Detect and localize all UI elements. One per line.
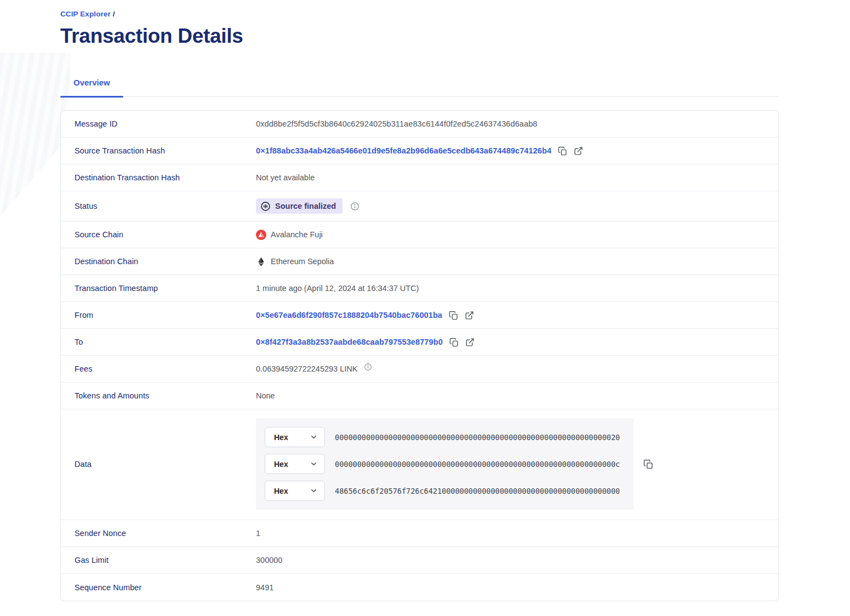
data-line: Hex 000000000000000000000000000000000000… (265, 427, 625, 447)
tokens-value: None (256, 391, 275, 400)
transaction-details-card: Message ID 0xdd8be2f5f5d5cf3b8640c629240… (60, 110, 779, 601)
sender-nonce-value: 1 (256, 529, 260, 538)
status-info-icon[interactable] (350, 202, 360, 211)
timestamp-value: 1 minute ago (April 12, 2024 at 16:34:37… (256, 284, 419, 293)
page-title: Transaction Details (60, 25, 779, 48)
data-label: Data (75, 460, 256, 469)
fees-value: 0.06394592722245293 LINK (256, 364, 357, 373)
dest-chain-label: Destination Chain (75, 257, 256, 266)
message-id-value: 0xdd8be2f5f5d5cf3b8640c62924025b311ae83c… (256, 119, 538, 128)
source-tx-hash-label: Source Transaction Hash (75, 146, 256, 155)
row-fees: Fees 0.06394592722245293 LINK (61, 356, 778, 383)
row-status: Status Source finalized (61, 191, 778, 221)
ethereum-sepolia-icon (256, 256, 266, 267)
hex-format-select[interactable]: Hex (265, 427, 325, 447)
row-sequence-number: Sequence Number 9491 (61, 574, 778, 601)
breadcrumb-separator: / (113, 10, 115, 18)
data-hex-line-1: 0000000000000000000000000000000000000000… (335, 433, 620, 442)
external-link-icon[interactable] (574, 146, 583, 156)
gas-limit-value: 300000 (256, 556, 282, 564)
row-source-tx-hash: Source Transaction Hash 0×1f88abc33a4ab4… (61, 138, 778, 164)
hex-format-select[interactable]: Hex (265, 481, 325, 501)
page-container: CCIP Explorer/ Transaction Details Overv… (60, 0, 779, 601)
data-line: Hex 48656c6c6f20576f726c6421000000000000… (265, 481, 625, 501)
status-progress-icon (260, 201, 271, 212)
data-hex-line-2: 0000000000000000000000000000000000000000… (335, 460, 620, 469)
dest-tx-hash-label: Destination Transaction Hash (75, 173, 256, 182)
breadcrumb: CCIP Explorer/ (60, 0, 779, 18)
status-badge: Source finalized (256, 198, 343, 214)
background-decoration (0, 53, 70, 217)
row-from: From 0×5e67ea6d6f290f857c1888204b7540bac… (61, 302, 778, 329)
source-chain-value: Avalanche Fuji (271, 230, 323, 239)
source-tx-hash-link[interactable]: 0×1f88abc33a4ab426a5466e01d9e5fe8a2b96d6… (256, 146, 551, 155)
row-timestamp: Transaction Timestamp 1 minute ago (Apri… (61, 275, 778, 302)
hex-format-select-value: Hex (274, 487, 288, 495)
status-badge-text: Source finalized (275, 202, 336, 210)
source-chain-label: Source Chain (75, 230, 256, 239)
data-line: Hex 000000000000000000000000000000000000… (265, 454, 625, 474)
sender-nonce-label: Sender Nonce (75, 529, 256, 538)
sequence-number-value: 9491 (256, 583, 273, 592)
row-source-chain: Source Chain Avalanche Fuji (61, 221, 778, 248)
to-address-link[interactable]: 0×8f427f3a3a8b2537aabde68caab797553e8779… (256, 338, 443, 346)
row-message-id: Message ID 0xdd8be2f5f5d5cf3b8640c629240… (61, 111, 778, 138)
row-sender-nonce: Sender Nonce 1 (61, 520, 778, 547)
row-gas-limit: Gas Limit 300000 (61, 547, 778, 574)
data-panel: Hex 000000000000000000000000000000000000… (256, 418, 634, 510)
hex-format-select[interactable]: Hex (265, 454, 325, 474)
avalanche-fuji-icon (256, 230, 266, 240)
dest-chain-value: Ethereum Sepolia (271, 257, 334, 266)
hex-format-select-value: Hex (274, 460, 288, 469)
row-dest-tx-hash: Destination Transaction Hash Not yet ava… (61, 164, 778, 191)
chevron-down-icon (310, 460, 318, 468)
status-label: Status (75, 202, 256, 210)
from-label: From (75, 311, 256, 320)
copy-icon[interactable] (449, 338, 459, 347)
breadcrumb-ccip-explorer-link[interactable]: CCIP Explorer (60, 10, 111, 18)
fees-label: Fees (75, 364, 256, 373)
external-link-icon[interactable] (465, 338, 475, 347)
timestamp-label: Transaction Timestamp (75, 284, 256, 293)
message-id-label: Message ID (75, 119, 256, 128)
chevron-down-icon (310, 487, 318, 495)
tokens-label: Tokens and Amounts (75, 391, 256, 400)
hex-format-select-value: Hex (274, 433, 288, 442)
chevron-down-icon (310, 433, 318, 441)
fees-info-icon[interactable] (364, 363, 372, 371)
copy-data-icon[interactable] (643, 459, 653, 469)
from-address-link[interactable]: 0×5e67ea6d6f290f857c1888204b7540bac76001… (256, 311, 442, 320)
row-tokens: Tokens and Amounts None (61, 383, 778, 409)
row-data: Data Hex 0000000000000000000000000000000… (61, 409, 778, 520)
copy-icon[interactable] (558, 146, 567, 156)
sequence-number-label: Sequence Number (75, 583, 256, 592)
row-dest-chain: Destination Chain Ethereum Sepolia (61, 248, 778, 275)
external-link-icon[interactable] (465, 311, 474, 320)
tab-overview[interactable]: Overview (60, 73, 123, 96)
dest-tx-hash-value: Not yet available (256, 173, 315, 182)
tab-bar: Overview (60, 73, 779, 97)
to-label: To (75, 338, 256, 346)
copy-icon[interactable] (449, 311, 458, 320)
data-hex-line-3: 48656c6c6f20576f726c64210000000000000000… (335, 487, 620, 495)
gas-limit-label: Gas Limit (75, 556, 256, 564)
row-to: To 0×8f427f3a3a8b2537aabde68caab797553e8… (61, 329, 778, 356)
